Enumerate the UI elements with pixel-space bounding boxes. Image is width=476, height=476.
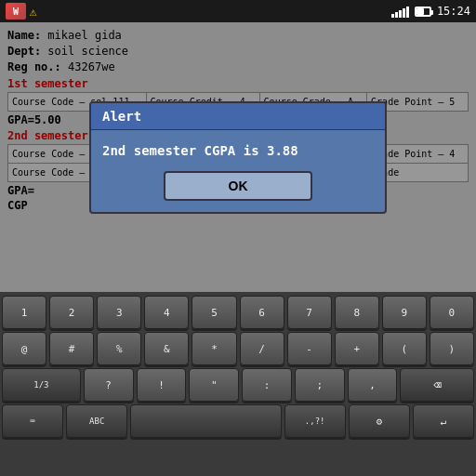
- key-slash[interactable]: /: [240, 332, 284, 365]
- key-1[interactable]: 1: [2, 296, 46, 329]
- key-percent[interactable]: %: [97, 332, 141, 365]
- key-minus[interactable]: -: [287, 332, 332, 365]
- time-display: 15:24: [437, 5, 470, 18]
- keyboard-row-3: 1/3 ? ! " : ; , ⌫: [2, 368, 474, 402]
- key-lparen[interactable]: (: [382, 332, 427, 365]
- key-0[interactable]: 0: [430, 296, 474, 329]
- battery-icon: [415, 7, 431, 17]
- key-question[interactable]: ?: [84, 368, 134, 402]
- key-star[interactable]: *: [192, 332, 236, 365]
- key-space[interactable]: [130, 404, 281, 438]
- key-7[interactable]: 7: [287, 296, 332, 329]
- key-exclaim[interactable]: !: [137, 368, 187, 402]
- backspace-icon: ⌫: [433, 377, 441, 392]
- key-amp[interactable]: &: [144, 332, 189, 365]
- key-3[interactable]: 3: [97, 296, 141, 329]
- key-hash[interactable]: #: [49, 332, 94, 365]
- keyboard: 1 2 3 4 5 6 7 8 9 0 @ # % & * / - + ( ) …: [0, 292, 476, 476]
- key-8[interactable]: 8: [335, 296, 379, 329]
- key-colon[interactable]: :: [242, 368, 292, 402]
- app-icon: W: [6, 3, 26, 20]
- key-semicolon[interactable]: ;: [295, 368, 345, 402]
- status-bar: W ⚠ 15:24: [0, 0, 476, 22]
- main-content: Name: mikael gida Dept: soil science Reg…: [0, 22, 476, 292]
- key-rparen[interactable]: ): [430, 332, 474, 365]
- key-dotcomma[interactable]: .,?!: [284, 404, 346, 438]
- key-at[interactable]: @: [2, 332, 46, 365]
- alert-title-bar: Alert: [91, 103, 385, 130]
- keyboard-row-4: ⌨ ABC .,?! ⚙ ↵: [2, 404, 474, 438]
- key-5[interactable]: 5: [192, 296, 236, 329]
- key-switch-13[interactable]: 1/3: [2, 368, 81, 402]
- key-6[interactable]: 6: [240, 296, 284, 329]
- key-quote[interactable]: ": [189, 368, 239, 402]
- key-settings-icon[interactable]: ⚙: [349, 404, 410, 438]
- key-comma[interactable]: ,: [348, 368, 398, 402]
- keyboard-row-1: 1 2 3 4 5 6 7 8 9 0: [2, 296, 474, 329]
- alert-title: Alert: [102, 109, 141, 124]
- alert-dialog: Alert 2nd semester CGPA is 3.88 OK: [89, 101, 387, 214]
- key-enter-icon[interactable]: ↵: [413, 404, 474, 438]
- key-4[interactable]: 4: [144, 296, 189, 329]
- key-2[interactable]: 2: [49, 296, 94, 329]
- key-9[interactable]: 9: [382, 296, 427, 329]
- status-right: 15:24: [391, 5, 470, 18]
- keyboard-row-2: @ # % & * / - + ( ): [2, 332, 474, 365]
- key-keyboard-icon[interactable]: ⌨: [2, 404, 63, 438]
- alert-overlay: Alert 2nd semester CGPA is 3.88 OK: [0, 22, 476, 292]
- alert-message: 2nd semester CGPA is 3.88: [91, 130, 385, 171]
- signal-bars-icon: [391, 5, 409, 18]
- warning-icon: ⚠: [30, 5, 37, 19]
- key-backspace[interactable]: ⌫: [400, 368, 474, 402]
- status-left: W ⚠: [6, 3, 37, 20]
- key-plus[interactable]: +: [335, 332, 379, 365]
- key-abc[interactable]: ABC: [66, 404, 127, 438]
- alert-ok-button[interactable]: OK: [164, 171, 312, 201]
